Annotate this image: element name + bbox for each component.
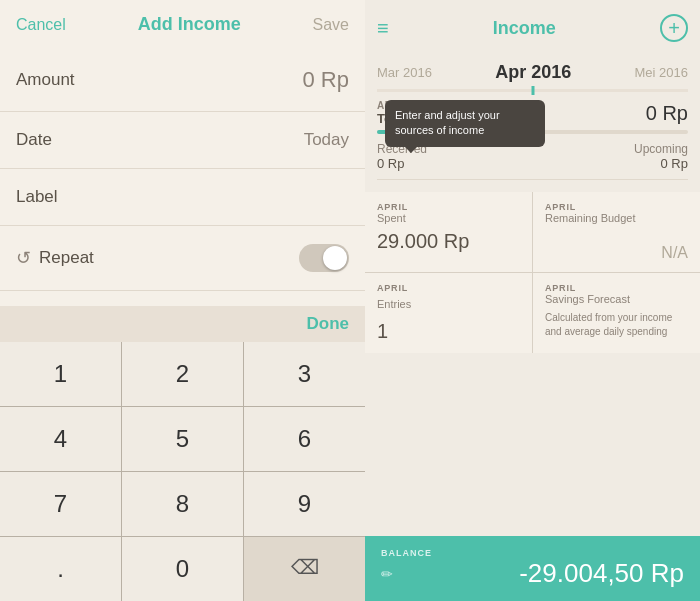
hamburger-icon[interactable]: ≡ bbox=[377, 17, 389, 40]
savings-card: APRIL Savings Forecast Calculated from y… bbox=[533, 273, 700, 353]
entries-april: APRIL bbox=[377, 283, 520, 293]
received-value: 0 Rp bbox=[377, 156, 427, 171]
form-rows: Amount 0 Rp Date Today Label ↺ Repeat bbox=[0, 49, 365, 306]
repeat-row[interactable]: ↺ Repeat bbox=[0, 226, 365, 291]
month-selector: Mar 2016 Apr 2016 Mei 2016 bbox=[365, 56, 700, 89]
balance-content: BALANCE ✏ -29.004,50 Rp bbox=[381, 548, 684, 589]
keyboard-area: Done 1 2 3 4 5 6 7 8 9 . 0 ⌫ bbox=[0, 306, 365, 601]
balance-label: BALANCE bbox=[381, 548, 684, 558]
spent-value: 29.000 Rp bbox=[377, 230, 520, 253]
repeat-icon: ↺ bbox=[16, 247, 31, 269]
key-backspace[interactable]: ⌫ bbox=[244, 537, 365, 601]
current-month: Apr 2016 bbox=[495, 62, 571, 83]
key-7[interactable]: 7 bbox=[0, 472, 121, 536]
key-9[interactable]: 9 bbox=[244, 472, 365, 536]
income-title: Income bbox=[493, 18, 556, 39]
key-0[interactable]: 0 bbox=[122, 537, 243, 601]
next-month[interactable]: Mei 2016 bbox=[635, 65, 688, 80]
key-1[interactable]: 1 bbox=[0, 342, 121, 406]
spent-april: APRIL bbox=[377, 202, 520, 212]
date-row[interactable]: Date Today bbox=[0, 112, 365, 169]
key-5[interactable]: 5 bbox=[122, 407, 243, 471]
savings-label: Savings Forecast bbox=[545, 293, 688, 305]
entries-card: APRIL Entries 1 bbox=[365, 273, 532, 353]
key-3[interactable]: 3 bbox=[244, 342, 365, 406]
balance-value: -29.004,50 Rp bbox=[519, 558, 684, 589]
label-row[interactable]: Label bbox=[0, 169, 365, 226]
savings-april: APRIL bbox=[545, 283, 688, 293]
upcoming-item: Upcoming 0 Rp bbox=[634, 142, 688, 171]
budget-label: Remaining Budget bbox=[545, 212, 688, 224]
numpad: 1 2 3 4 5 6 7 8 9 . 0 ⌫ bbox=[0, 342, 365, 601]
tooltip-text: Enter and adjust your sources of income bbox=[395, 109, 500, 136]
key-4[interactable]: 4 bbox=[0, 407, 121, 471]
amount-value: 0 Rp bbox=[303, 67, 349, 93]
savings-desc: Calculated from your income and average … bbox=[545, 311, 688, 339]
total-income-value: 0 Rp bbox=[646, 102, 688, 125]
key-2[interactable]: 2 bbox=[122, 342, 243, 406]
save-button[interactable]: Save bbox=[313, 16, 349, 34]
budget-card: APRIL Remaining Budget N/A bbox=[533, 192, 700, 272]
date-value: Today bbox=[304, 130, 349, 150]
balance-row: ✏ -29.004,50 Rp bbox=[381, 558, 684, 589]
add-income-button[interactable]: + bbox=[660, 14, 688, 42]
budget-value: N/A bbox=[545, 244, 688, 262]
done-button[interactable]: Done bbox=[307, 314, 350, 334]
done-row: Done bbox=[0, 306, 365, 342]
balance-edit-icon[interactable]: ✏ bbox=[381, 566, 393, 582]
toggle-knob bbox=[323, 246, 347, 270]
cancel-button[interactable]: Cancel bbox=[16, 16, 66, 34]
right-panel: ≡ Income + Mar 2016 Apr 2016 Mei 2016 En… bbox=[365, 0, 700, 601]
entries-value: 1 bbox=[377, 320, 520, 343]
repeat-label: ↺ Repeat bbox=[16, 247, 94, 269]
label-label: Label bbox=[16, 187, 58, 207]
left-panel: Cancel Add Income Save Amount 0 Rp Date … bbox=[0, 0, 365, 601]
repeat-toggle[interactable] bbox=[299, 244, 349, 272]
balance-bar: BALANCE ✏ -29.004,50 Rp bbox=[365, 536, 700, 601]
amount-row[interactable]: Amount 0 Rp bbox=[0, 49, 365, 112]
date-label: Date bbox=[16, 130, 52, 150]
upcoming-label: Upcoming bbox=[634, 142, 688, 156]
stats-section: Enter and adjust your sources of income … bbox=[365, 92, 700, 192]
entries-label: Entries bbox=[377, 298, 520, 310]
key-6[interactable]: 6 bbox=[244, 407, 365, 471]
right-header: ≡ Income + bbox=[365, 0, 700, 56]
amount-label: Amount bbox=[16, 70, 75, 90]
spent-card: APRIL Spent 29.000 Rp bbox=[365, 192, 532, 272]
received-upcoming-row: Received 0 Rp Upcoming 0 Rp bbox=[377, 142, 688, 180]
upcoming-value: 0 Rp bbox=[634, 156, 688, 171]
budget-april: APRIL bbox=[545, 202, 688, 212]
tooltip: Enter and adjust your sources of income bbox=[385, 100, 545, 147]
add-income-title: Add Income bbox=[138, 14, 241, 35]
left-header: Cancel Add Income Save bbox=[0, 0, 365, 49]
cards-grid: APRIL Spent 29.000 Rp APRIL Remaining Bu… bbox=[365, 192, 700, 353]
prev-month[interactable]: Mar 2016 bbox=[377, 65, 432, 80]
key-8[interactable]: 8 bbox=[122, 472, 243, 536]
repeat-text: Repeat bbox=[39, 248, 94, 268]
spent-label: Spent bbox=[377, 212, 520, 224]
key-dot[interactable]: . bbox=[0, 537, 121, 601]
